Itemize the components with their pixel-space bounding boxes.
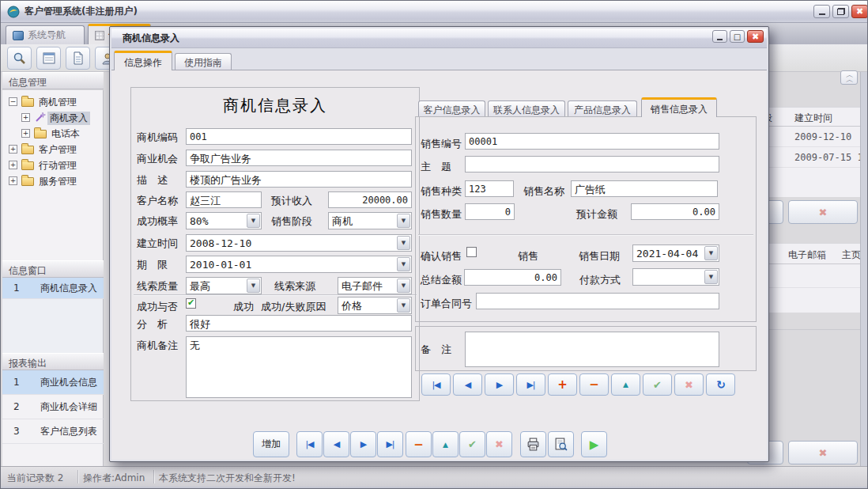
sale-no-input[interactable]: 00001: [465, 133, 719, 150]
dialog-titlebar[interactable]: 商机信息录入: [111, 28, 767, 48]
opportunity-input[interactable]: 争取广告业务: [186, 150, 412, 166]
close-button[interactable]: ✖: [851, 5, 868, 18]
payment-dropdown[interactable]: [632, 268, 719, 286]
section-header-info-management[interactable]: 信息管理: [2, 72, 104, 89]
lead-quality-dropdown[interactable]: 最高: [186, 277, 262, 294]
dropdown-arrow-icon[interactable]: [247, 279, 260, 293]
stage-dropdown[interactable]: 商机: [328, 212, 412, 229]
nav-next-button[interactable]: ▶: [485, 373, 514, 396]
nav-post-button[interactable]: ✔: [643, 373, 672, 396]
est-amount-input[interactable]: 0.00: [631, 203, 719, 220]
nav-cancel-button[interactable]: ✖: [674, 373, 704, 396]
table-cell-date[interactable]: 2009-12-10: [794, 131, 851, 142]
nav-edit-button[interactable]: ▲: [611, 373, 640, 396]
section-header-report-output[interactable]: 报表输出: [2, 353, 104, 370]
quantity-input[interactable]: 0: [465, 203, 515, 220]
tab-product-entry[interactable]: 产品信息录入: [568, 100, 637, 117]
delete-record-button[interactable]: ✖: [788, 200, 858, 224]
code-input[interactable]: 001: [186, 128, 412, 145]
report-item-1[interactable]: 1 商业机会信息: [2, 370, 104, 395]
add-button[interactable]: 增加: [253, 431, 289, 457]
income-input[interactable]: 20000.00: [328, 191, 412, 208]
tab-customer-entry[interactable]: 客户信息录入: [418, 100, 485, 117]
subject-input[interactable]: [465, 156, 719, 172]
reason-dropdown[interactable]: 价格: [338, 297, 412, 314]
toolbar-delete-button[interactable]: −: [406, 431, 432, 457]
report-item-2[interactable]: 2 商业机会详细: [2, 395, 104, 419]
confirm-sale-checkbox[interactable]: [466, 247, 477, 257]
tree-item-service-mgmt[interactable]: + 服务管理: [2, 172, 104, 188]
contract-input[interactable]: [476, 293, 719, 309]
tree-item-phonebook[interactable]: + 电话本: [2, 125, 104, 141]
toolbar-edit-button[interactable]: ▲: [432, 431, 459, 457]
section-header-info-window[interactable]: 信息窗口: [2, 260, 104, 278]
dialog-close-button[interactable]: ✖: [747, 30, 764, 43]
analysis-input[interactable]: 很好: [186, 315, 412, 332]
toolbar-next-button[interactable]: ▶: [350, 431, 376, 457]
nav-refresh-button[interactable]: ↻: [706, 373, 735, 396]
minimize-button[interactable]: [813, 5, 830, 18]
sale-date-dropdown[interactable]: 2021-04-04: [632, 244, 719, 262]
print-button[interactable]: [520, 431, 546, 457]
expand-expander-icon[interactable]: +: [9, 145, 17, 154]
toolbar-cancel-button[interactable]: ✖: [486, 431, 512, 457]
dropdown-arrow-icon[interactable]: [397, 298, 410, 313]
search-button[interactable]: [7, 47, 32, 70]
lead-source-dropdown[interactable]: 电子邮件: [338, 277, 412, 294]
toolbar-prior-button[interactable]: ◀: [323, 431, 349, 457]
report-item-3[interactable]: 3 客户信息列表: [2, 419, 104, 444]
collapse-panel-button[interactable]: ︿︿: [840, 70, 858, 85]
category-input[interactable]: 123: [465, 180, 514, 197]
expand-expander-icon[interactable]: +: [9, 161, 17, 169]
expand-expander-icon[interactable]: +: [21, 129, 30, 138]
expand-expander-icon[interactable]: +: [21, 113, 30, 122]
dialog-maximize-button[interactable]: □: [730, 30, 745, 43]
dropdown-arrow-icon[interactable]: [397, 257, 410, 271]
dropdown-arrow-icon[interactable]: [397, 214, 410, 228]
document-button[interactable]: [66, 47, 90, 70]
dialog-tab-guide[interactable]: 使用指南: [175, 53, 232, 70]
main-titlebar[interactable]: 客户管理系统(非注册用户) ✖: [1, 1, 867, 23]
total-amount-input[interactable]: 0.00: [464, 269, 561, 286]
table-cell-date[interactable]: 2009-07-15 12: [794, 152, 860, 163]
dropdown-arrow-icon[interactable]: [704, 246, 718, 260]
restore-button[interactable]: [832, 5, 849, 18]
tab-system-nav[interactable]: 系统导航: [6, 25, 85, 44]
dialog-tab-operations[interactable]: 信息操作: [114, 51, 172, 70]
toolbar-first-button[interactable]: |◀: [296, 431, 323, 457]
delete-record-button[interactable]: ✖: [788, 441, 858, 464]
nav-first-button[interactable]: |◀: [421, 373, 451, 396]
tree-item-action-mgmt[interactable]: + 行动管理: [2, 157, 104, 172]
toolbar-last-button[interactable]: ▶|: [377, 431, 403, 457]
dropdown-arrow-icon[interactable]: [704, 270, 718, 284]
tree-item-customer-mgmt[interactable]: + 客户管理: [2, 141, 104, 157]
tree-item-opportunity-mgmt[interactable]: − 商机管理: [2, 93, 104, 109]
dialog-minimize-button[interactable]: [712, 30, 727, 43]
nav-last-button[interactable]: ▶|: [516, 373, 545, 396]
dropdown-arrow-icon[interactable]: [397, 236, 410, 250]
toolbar-post-button[interactable]: ✔: [459, 431, 485, 457]
list-item-opportunity-entry[interactable]: 1 商机信息录入: [2, 278, 104, 299]
run-button[interactable]: ▶: [581, 431, 607, 457]
created-date-dropdown[interactable]: 2008-12-10: [186, 234, 412, 252]
form-view-button[interactable]: [36, 47, 61, 70]
success-checkbox[interactable]: [186, 298, 196, 309]
dropdown-arrow-icon[interactable]: [397, 279, 410, 293]
nav-delete-button[interactable]: −: [579, 373, 609, 396]
nav-insert-button[interactable]: +: [548, 373, 577, 396]
probability-dropdown[interactable]: 80%: [186, 212, 262, 229]
remark-textarea[interactable]: 无: [186, 336, 412, 398]
tab-sales-entry[interactable]: 销售信息录入: [641, 97, 717, 117]
expand-expander-icon[interactable]: +: [9, 176, 17, 185]
dropdown-arrow-icon[interactable]: [247, 214, 260, 228]
customer-input[interactable]: 赵三江: [186, 191, 262, 208]
sale-name-input[interactable]: 广告纸: [571, 180, 718, 197]
description-input[interactable]: 楼顶的广告业务: [186, 171, 412, 188]
nav-prior-button[interactable]: ◀: [453, 373, 482, 396]
tree-item-opportunity-entry[interactable]: + 商机录入: [2, 109, 104, 125]
print-preview-button[interactable]: [548, 431, 574, 457]
note-textarea[interactable]: [465, 332, 719, 367]
collapse-expander-icon[interactable]: −: [9, 97, 17, 106]
deadline-date-dropdown[interactable]: 2010-01-01: [186, 256, 412, 273]
tab-contact-entry[interactable]: 联系人信息录入: [488, 100, 565, 117]
